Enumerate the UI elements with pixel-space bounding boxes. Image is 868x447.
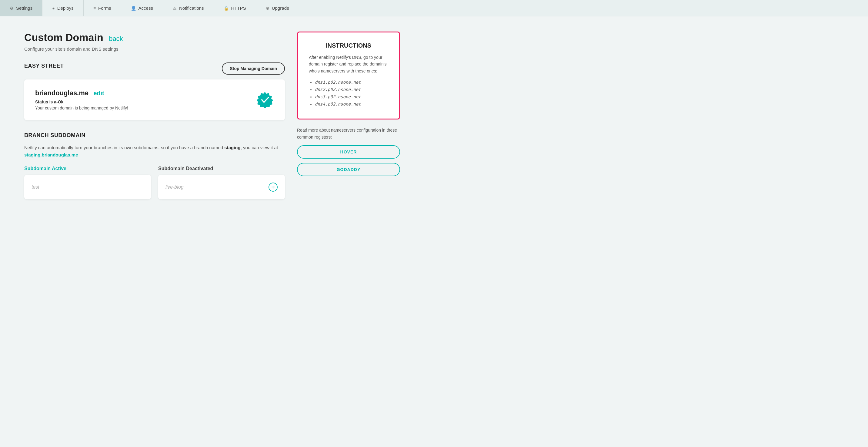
nav-item-forms[interactable]: ≡ Forms <box>84 0 121 16</box>
subdomain-deactivated-col: Subdomain Deactivated live-blog + <box>158 166 285 199</box>
add-subdomain-button[interactable]: + <box>269 183 278 192</box>
page-subtitle: Configure your site's domain and DNS set… <box>24 47 285 52</box>
nameservers-list: dns1.p02.nsone.net dns2.p02.nsone.net dn… <box>309 80 388 107</box>
nameserver-3: dns3.p02.nsone.net <box>315 94 388 99</box>
subdomain-active-box: test <box>24 175 151 199</box>
subdomain-active-value: test <box>32 184 39 190</box>
subdomain-active-col: Subdomain Active test <box>24 166 151 199</box>
notifications-icon: ⚠ <box>173 6 177 10</box>
nameserver-4: dns4.p02.nsone.net <box>315 101 388 107</box>
subdomain-active-title: Subdomain Active <box>24 166 151 171</box>
page-header: Custom Domain back <box>24 32 285 43</box>
domain-info: briandouglas.me edit Status is a-Ok Your… <box>35 89 128 110</box>
main-layout: Custom Domain back Configure your site's… <box>0 17 424 214</box>
nav-item-access[interactable]: 👤 Access <box>121 0 163 16</box>
forms-icon: ≡ <box>93 6 96 10</box>
easy-street-header: EASY STREET Stop Managing Domain <box>24 62 285 74</box>
back-link[interactable]: back <box>109 35 123 42</box>
access-icon: 👤 <box>131 6 136 10</box>
settings-icon: ⚙ <box>10 6 13 10</box>
easy-street-title: EASY STREET <box>24 63 64 69</box>
domain-status-label: Status is a-Ok <box>35 99 128 104</box>
nav-item-settings[interactable]: ⚙ Settings <box>0 0 42 16</box>
nav-item-deploys[interactable]: ● Deploys <box>42 0 84 16</box>
subdomain-deactivated-value: live-blog <box>165 184 184 190</box>
read-more-text: Read more about nameservers configuratio… <box>297 127 400 141</box>
deploys-icon: ● <box>52 6 55 10</box>
subdomain-deactivated-box: live-blog + <box>158 175 285 199</box>
subdomain-deactivated-title: Subdomain Deactivated <box>158 166 285 171</box>
nav-item-https[interactable]: 🔒 HTTPS <box>214 0 256 16</box>
godaddy-button[interactable]: GODADDY <box>297 163 400 176</box>
branch-name-bold: staging <box>224 145 240 150</box>
verified-badge <box>256 91 274 109</box>
nameserver-1: dns1.p02.nsone.net <box>315 80 388 85</box>
nav-bar: ⚙ Settings ● Deploys ≡ Forms 👤 Access ⚠ … <box>0 0 868 17</box>
branch-subdomain-title: BRANCH SUBDOMAIN <box>24 132 285 139</box>
subdomain-example: staging.briandouglas.me <box>24 152 78 157</box>
nameserver-2: dns2.p02.nsone.net <box>315 87 388 92</box>
nav-item-notifications[interactable]: ⚠ Notifications <box>163 0 214 16</box>
instructions-description: After enabling Netlify's DNS, go to your… <box>309 54 388 74</box>
instructions-title: INSTRUCTIONS <box>309 42 388 49</box>
branch-description: Netlify can automatically turn your bran… <box>24 144 285 158</box>
sidebar: INSTRUCTIONS After enabling Netlify's DN… <box>297 32 400 199</box>
upgrade-icon: ⊕ <box>266 6 270 10</box>
content-area: Custom Domain back Configure your site's… <box>24 32 285 199</box>
edit-domain-link[interactable]: edit <box>93 90 104 96</box>
instructions-box: INSTRUCTIONS After enabling Netlify's DN… <box>297 32 400 119</box>
nav-item-upgrade[interactable]: ⊕ Upgrade <box>256 0 300 16</box>
domain-status-text: Your custom domain is being managed by N… <box>35 106 128 110</box>
stop-managing-button[interactable]: Stop Managing Domain <box>222 62 285 74</box>
subdomain-columns: Subdomain Active test Subdomain Deactiva… <box>24 166 285 199</box>
domain-card: briandouglas.me edit Status is a-Ok Your… <box>24 80 285 120</box>
https-icon: 🔒 <box>224 6 229 10</box>
hover-button[interactable]: HOVER <box>297 145 400 158</box>
domain-name-row: briandouglas.me edit <box>35 89 128 97</box>
page-title: Custom Domain <box>24 32 103 43</box>
